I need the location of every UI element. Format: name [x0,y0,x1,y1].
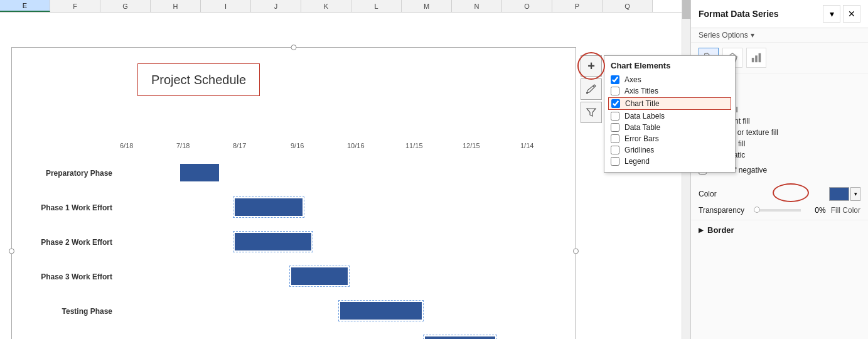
fill-color-label: Fill Color [831,206,860,215]
gantt-row-phase2: Phase 2 Work Effort [12,225,577,259]
svg-rect-5 [755,55,758,62]
col-header-F[interactable]: F [50,0,100,12]
gantt-row-preparatory: Preparatory Phase [12,156,577,190]
gantt-bar-preparatory[interactable] [180,164,219,181]
date-label-2: 7/18 [176,142,190,149]
add-element-btn-wrapper: + [581,55,602,77]
axes-checkbox[interactable] [611,75,619,84]
col-header-N[interactable]: N [452,0,502,12]
gantt-bar-phase3[interactable] [291,267,348,285]
chart-element-chart-title[interactable]: Chart Title [608,97,731,110]
col-header-G[interactable]: G [100,0,151,12]
axes-label: Axes [624,75,641,84]
gantt-bar-phase2[interactable] [235,233,311,250]
color-row: Color ▾ [691,182,868,206]
border-expand-arrow: ▶ [699,227,704,234]
chart-title-label: Chart Title [625,99,660,108]
col-header-O[interactable]: O [502,0,552,12]
gantt-bar-phase1[interactable] [235,198,303,216]
gantt-row-delivery: Delivery Phase [12,328,577,339]
date-label-6: 11/15 [405,142,423,149]
panel-close-button[interactable]: ✕ [843,5,860,23]
chart-elements-popup: Chart Elements Axes Axis Titles Chart Ti… [604,55,736,173]
chart-action-buttons: + [581,55,602,123]
legend-label: Legend [624,157,650,166]
row-label-phase1: Phase 1 Work Effort [18,203,119,212]
chart-title[interactable]: Project Schedule [137,63,260,96]
col-header-M[interactable]: M [402,0,452,12]
add-chart-element-button[interactable]: + [581,55,602,77]
chart-element-legend[interactable]: Legend [611,156,729,167]
gantt-bar-delivery[interactable] [425,336,495,339]
col-header-E[interactable]: E [0,0,50,12]
chart-area[interactable]: Project Schedule 6/18 7/18 8/17 9/16 10/… [11,47,576,339]
spreadsheet: E F G H I J K L M N O P Q Project Schedu… [0,0,690,339]
gridlines-checkbox[interactable] [611,146,619,154]
color-swatch[interactable] [829,187,849,201]
border-section: ▶ Border [691,220,868,240]
svg-point-0 [586,92,588,94]
date-label-4: 9/16 [291,142,304,149]
border-section-header[interactable]: ▶ Border [699,225,860,235]
chart-element-gridlines[interactable]: Gridlines [611,144,729,156]
data-labels-checkbox[interactable] [611,112,619,121]
gantt-row-testing: Testing Phase [12,294,577,328]
color-control[interactable]: ▾ [829,187,860,201]
data-labels-label: Data Labels [624,112,665,121]
gantt-area: Preparatory Phase Phase 1 Work Effort Ph… [12,156,577,339]
chart-filter-button[interactable] [581,102,602,123]
col-header-I[interactable]: I [201,0,251,12]
chart-element-axis-titles[interactable]: Axis Titles [611,85,729,97]
chart-element-data-table[interactable]: Data Table [611,122,729,133]
legend-checkbox[interactable] [611,157,619,166]
funnel-icon [586,107,597,118]
gantt-row-phase1: Phase 1 Work Effort [12,190,577,225]
row-label-preparatory: Preparatory Phase [18,169,119,178]
col-header-P[interactable]: P [552,0,603,12]
gantt-bar-testing[interactable] [340,302,422,320]
col-header-K[interactable]: K [301,0,351,12]
transparency-value: 0% [806,206,826,215]
col-header-J[interactable]: J [251,0,301,12]
paintbrush-icon [586,83,597,95]
date-label-3: 8/17 [233,142,246,149]
col-header-Q[interactable]: Q [603,0,653,12]
error-bars-label: Error Bars [624,134,659,143]
bar-chart-icon-button[interactable] [746,48,766,68]
col-header-L[interactable]: L [351,0,402,12]
date-label-8: 1/14 [520,142,533,149]
chart-element-error-bars[interactable]: Error Bars [611,133,729,144]
bar-chart-icon [751,52,762,63]
col-header-H[interactable]: H [151,0,201,12]
date-label-7: 12/15 [463,142,480,149]
svg-rect-6 [759,53,761,62]
transparency-label: Transparency [699,206,749,215]
data-table-label: Data Table [624,123,660,132]
chart-elements-title: Chart Elements [611,61,729,70]
chart-style-button[interactable] [581,78,602,100]
scrollbar-thumb[interactable] [682,0,691,19]
chart-element-axes[interactable]: Axes [611,74,729,85]
resize-handle-left[interactable] [9,249,14,254]
resize-handle-right[interactable] [573,249,579,254]
chart-title-checkbox[interactable] [611,99,620,108]
row-label-phase2: Phase 2 Work Effort [18,238,119,247]
date-label-5: 10/16 [347,142,365,149]
color-dropdown-arrow[interactable]: ▾ [850,187,860,201]
panel-dropdown-button[interactable]: ▾ [823,5,840,23]
format-panel-header-icons: ▾ ✕ [823,5,860,23]
chart-element-data-labels[interactable]: Data Labels [611,110,729,122]
transparency-slider[interactable] [754,209,801,212]
data-table-checkbox[interactable] [611,123,619,132]
series-options-bar[interactable]: Series Options ▾ [691,28,868,43]
color-row-wrapper: Color ▾ [691,182,868,206]
format-panel-title: Format Data Series [699,9,779,19]
svg-rect-4 [752,58,754,62]
row-label-phase3: Phase 3 Work Effort [18,272,119,281]
axis-titles-checkbox[interactable] [611,87,619,95]
gridlines-label: Gridlines [624,146,654,154]
svg-marker-1 [587,109,596,116]
resize-handle-top[interactable] [291,45,297,50]
transparency-slider-thumb[interactable] [754,207,760,213]
error-bars-checkbox[interactable] [611,134,619,143]
